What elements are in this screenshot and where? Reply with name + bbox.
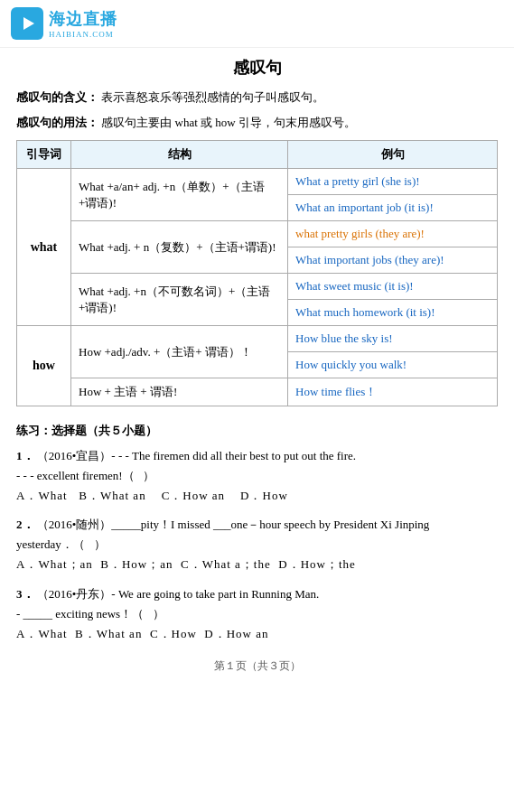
header: 海边直播 HAIBIAN.COM — [0, 0, 514, 48]
example-what-2b: What important jobs (they are)! — [288, 247, 498, 274]
desc-usage: 感叹句的用法： 感叹句主要由 what 或 how 引导，句末用感叹号。 — [16, 115, 498, 131]
table-header-row: 引导词 结构 例句 — [17, 141, 498, 169]
exercise-blank-1: - - - excellent firemen!（ ） — [16, 469, 154, 482]
struct-how-1: How +adj./adv. +（主语+ 谓语）！ — [71, 326, 288, 378]
page-footer: 第１页（共３页） — [16, 658, 498, 681]
logo-icon — [11, 7, 43, 40]
desc-usage-label: 感叹句的用法： — [16, 116, 98, 129]
struct-what-2: What +adj. + n（复数）+（主语+谓语)! — [71, 221, 288, 274]
desc-meaning-label: 感叹句的含义： — [16, 90, 98, 104]
main-content: 感叹句 感叹句的含义： 表示喜怒哀乐等强烈感情的句子叫感叹句。 感叹句的用法： … — [0, 48, 514, 690]
example-what-2a: what pretty girls (they are)! — [288, 221, 498, 247]
example-what-1b: What an important job (it is)! — [288, 195, 498, 221]
guide-what: what — [17, 169, 71, 326]
grammar-table: 引导词 结构 例句 what What +a/an+ adj. +n（单数）+（… — [16, 140, 498, 406]
exercise-num-1: 1． — [16, 449, 34, 462]
desc-meaning: 感叹句的含义： 表示喜怒哀乐等强烈感情的句子叫感叹句。 — [16, 89, 498, 106]
example-what-3b: What much homework (it is)! — [288, 300, 498, 326]
struct-how-2: How + 主语 + 谓语! — [71, 378, 288, 406]
svg-marker-0 — [23, 17, 34, 30]
logo-cn-text: 海边直播 — [49, 8, 117, 30]
table-row: What +adj. +n（不可数名词）+（主语+谓语)! What sweet… — [17, 274, 498, 300]
page-title: 感叹句 — [16, 57, 498, 79]
example-what-1a: What a pretty girl (she is)! — [288, 169, 498, 195]
th-guide: 引导词 — [17, 141, 71, 169]
table-row: How + 主语 + 谓语! How time flies！ — [17, 378, 498, 406]
exercise-context-2a: （2016•随州）_____pity！I missed ___one－hour … — [37, 518, 430, 531]
table-row: What +adj. + n（复数）+（主语+谓语)! what pretty … — [17, 221, 498, 247]
exercise-context-1: （2016•宜昌）- - - The firemen did all their… — [37, 449, 356, 462]
table-row: how How +adj./adv. +（主语+ 谓语）！ How blue t… — [17, 326, 498, 352]
th-struct: 结构 — [71, 141, 288, 169]
logo-en-text: HAIBIAN.COM — [49, 30, 117, 39]
exercise-options-3: A．What B．What an C．How D．How an — [16, 627, 269, 640]
struct-what-3: What +adj. +n（不可数名词）+（主语+谓语)! — [71, 274, 288, 326]
example-how-1a: How blue the sky is! — [288, 326, 498, 352]
logo-text: 海边直播 HAIBIAN.COM — [49, 8, 117, 39]
guide-how: how — [17, 326, 71, 406]
exercise-section: 练习：选择题（共５小题） 1． （2016•宜昌）- - - The firem… — [16, 423, 498, 644]
exercise-options-1: A．What B．What an C．How an D．How — [16, 489, 288, 502]
example-what-3a: What sweet music (it is)! — [288, 274, 498, 300]
exercise-num-3: 3． — [16, 587, 34, 601]
exercise-options-2: A．What；an B．How；an C．What a；the D．How；th… — [16, 557, 356, 571]
desc-usage-text: 感叹句主要由 what 或 how 引导，句末用感叹号。 — [101, 116, 356, 129]
exercise-context-3: （2016•丹东）- We are going to take part in … — [37, 587, 320, 601]
table-row: what What +a/an+ adj. +n（单数）+（主语+谓语)! Wh… — [17, 169, 498, 195]
exercise-context-2b: yesterday．（ ） — [16, 537, 106, 551]
struct-what-1: What +a/an+ adj. +n（单数）+（主语+谓语)! — [71, 169, 288, 221]
exercise-num-2: 2． — [16, 518, 34, 531]
exercise-item-3: 3． （2016•丹东）- We are going to take part … — [16, 584, 498, 644]
desc-meaning-text: 表示喜怒哀乐等强烈感情的句子叫感叹句。 — [101, 90, 324, 104]
exercise-blank-3: - _____ exciting news！（ ） — [16, 607, 164, 621]
th-example: 例句 — [288, 141, 498, 169]
exercise-item-2: 2． （2016•随州）_____pity！I missed ___one－ho… — [16, 515, 498, 574]
example-how-1b: How quickly you walk! — [288, 352, 498, 378]
exercise-title: 练习：选择题（共５小题） — [16, 423, 498, 439]
example-how-2a: How time flies！ — [288, 378, 498, 406]
footer-text: 第１页（共３页） — [214, 659, 301, 672]
logo: 海边直播 HAIBIAN.COM — [11, 7, 117, 40]
exercise-item-1: 1． （2016•宜昌）- - - The firemen did all th… — [16, 446, 498, 506]
